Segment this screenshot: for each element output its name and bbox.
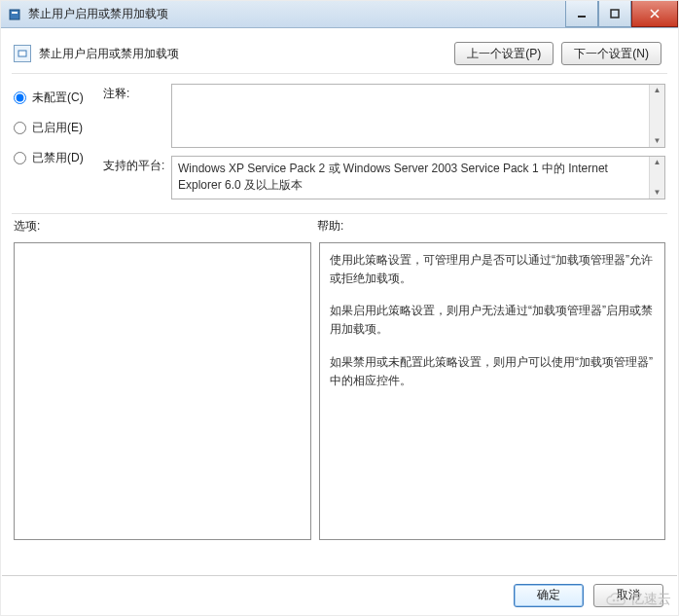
annotation-scrollbar[interactable]: ▲ ▼: [649, 85, 664, 147]
svg-rect-4: [18, 51, 26, 56]
panes-row: 使用此策略设置，可管理用户是否可以通过“加载项管理器”允许或拒绝加载项。 如果启…: [2, 238, 677, 548]
policy-header: 禁止用户启用或禁用加载项 上一个设置(P) 下一个设置(N): [2, 28, 677, 73]
svg-rect-3: [611, 10, 619, 18]
close-button[interactable]: [631, 1, 678, 27]
minimize-button[interactable]: [565, 1, 598, 27]
state-radio-group: 未配置(C) 已启用(E) 已禁用(D): [14, 84, 103, 207]
radio-disabled[interactable]: [14, 152, 26, 164]
radio-not-configured[interactable]: [14, 91, 26, 104]
configuration-area: 未配置(C) 已启用(E) 已禁用(D) 注释: ▲ ▼: [2, 74, 677, 213]
app-icon: [7, 7, 22, 22]
help-paragraph: 如果禁用或未配置此策略设置，则用户可以使用“加载项管理器”中的相应控件。: [330, 353, 655, 390]
section-labels: 选项: 帮助:: [2, 214, 677, 238]
options-label: 选项:: [14, 218, 317, 235]
options-pane: [14, 242, 311, 540]
svg-rect-0: [10, 10, 19, 19]
maximize-icon: [610, 9, 620, 18]
next-setting-button[interactable]: 下一个设置(N): [561, 42, 661, 65]
help-paragraph: 如果启用此策略设置，则用户无法通过“加载项管理器”启用或禁用加载项。: [330, 302, 655, 339]
scroll-up-icon: ▲: [654, 159, 661, 166]
radio-not-configured-label: 未配置(C): [32, 90, 84, 106]
radio-enabled[interactable]: [14, 122, 26, 134]
svg-rect-1: [12, 12, 18, 14]
scroll-up-icon: ▲: [654, 87, 661, 94]
cancel-button[interactable]: 取消: [593, 584, 663, 607]
previous-setting-button[interactable]: 上一个设置(P): [454, 42, 554, 65]
policy-icon: [14, 45, 31, 62]
window-controls: [565, 1, 678, 27]
client-area: 禁止用户启用或禁用加载项 上一个设置(P) 下一个设置(N) 未配置(C) 已启…: [2, 28, 677, 614]
svg-rect-2: [578, 16, 586, 18]
radio-disabled-label: 已禁用(D): [32, 150, 84, 166]
supported-platform-box: Windows XP Service Pack 2 或 Windows Serv…: [171, 156, 665, 199]
platform-value: Windows XP Service Pack 2 或 Windows Serv…: [178, 162, 608, 192]
minimize-icon: [577, 9, 587, 18]
annotation-textarea[interactable]: ▲ ▼: [171, 84, 665, 148]
window-titlebar: 禁止用户启用或禁用加载项: [1, 1, 678, 28]
maximize-button[interactable]: [598, 1, 631, 27]
platform-scrollbar[interactable]: ▲ ▼: [649, 157, 664, 199]
close-icon: [649, 8, 661, 19]
radio-enabled-label: 已启用(E): [32, 120, 83, 136]
scroll-down-icon: ▼: [654, 189, 661, 197]
help-label: 帮助:: [317, 218, 343, 235]
platform-label: 支持的平台:: [103, 156, 171, 199]
help-paragraph: 使用此策略设置，可管理用户是否可以通过“加载项管理器”允许或拒绝加载项。: [330, 251, 655, 288]
scroll-down-icon: ▼: [654, 137, 661, 145]
annotation-label: 注释:: [103, 84, 171, 148]
help-pane: 使用此策略设置，可管理用户是否可以通过“加载项管理器”允许或拒绝加载项。 如果启…: [319, 242, 665, 540]
window-title: 禁止用户启用或禁用加载项: [28, 6, 168, 22]
ok-button[interactable]: 确定: [514, 584, 584, 607]
dialog-button-bar: 确定 取消: [2, 575, 677, 614]
policy-title: 禁止用户启用或禁用加载项: [39, 46, 179, 62]
